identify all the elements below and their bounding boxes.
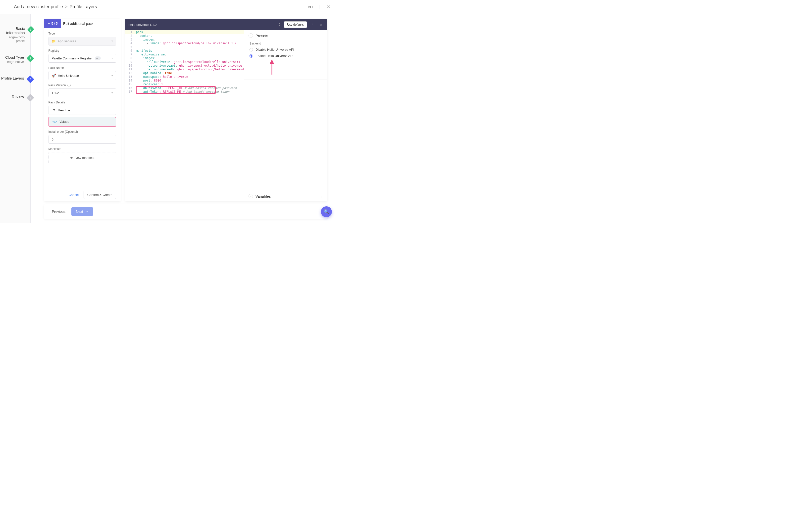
code-line[interactable]: 8 images: — [125, 56, 244, 60]
new-manifest-label: New manifest — [75, 156, 94, 159]
step-basic-information[interactable]: Basic Information edge-vbox-profile 1 — [0, 24, 30, 45]
chevron-down-icon: ▾ — [111, 57, 113, 60]
manifests-label: Manifests — [49, 147, 116, 151]
values-label: Values — [59, 120, 69, 124]
step-title: Review — [12, 94, 24, 99]
chevron-up-icon[interactable]: ⌃ — [249, 33, 253, 38]
pack-form-panel: ＋ 5 / 5 Edit additional pack Type 📁 App … — [44, 19, 121, 201]
registry-label: Registry — [49, 49, 116, 53]
cancel-button[interactable]: Cancel — [66, 191, 81, 199]
code-line[interactable]: 1pack: — [125, 30, 244, 34]
oci-badge: OCI — [95, 56, 101, 60]
form-title: Edit additional pack — [61, 22, 93, 25]
step-subtitle: edge-native — [5, 60, 24, 64]
packname-label: Pack Name — [49, 66, 116, 70]
code-line[interactable]: 12 apiEnabled: true — [125, 71, 244, 75]
previous-button[interactable]: Previous — [49, 208, 68, 215]
code-line[interactable]: 15 replicas: 1 — [125, 82, 244, 86]
help-fab[interactable]: 🔍 — [321, 206, 332, 217]
api-link[interactable]: API — [308, 5, 319, 9]
code-line[interactable]: 11 hellouniversedb: ghcr.io/spectrocloud… — [125, 68, 244, 71]
info-icon[interactable]: i — [68, 84, 71, 87]
radio-enable-api[interactable]: Enable Hello Universe API — [250, 54, 322, 58]
breadcrumb-separator: > — [65, 4, 68, 10]
use-defaults-button[interactable]: Use defaults — [284, 21, 307, 28]
radio-label: Enable Hello Universe API — [255, 54, 293, 58]
presets-title: Presets — [255, 34, 268, 38]
installorder-label: Install order (Optional) — [49, 130, 116, 133]
type-label: Type — [49, 32, 116, 35]
close-editor-icon[interactable]: ✕ — [318, 23, 324, 26]
folder-icon: 📁 — [52, 39, 56, 43]
code-line[interactable]: 6manifests: — [125, 49, 244, 53]
installorder-input[interactable] — [49, 135, 116, 144]
step-review[interactable]: Review 4 — [0, 92, 30, 102]
type-select[interactable]: 📁 App services ▾ — [49, 37, 116, 45]
confirm-create-button[interactable]: Confirm & Create — [84, 191, 116, 199]
code-filename: hello-universe 1.1.2 — [129, 23, 273, 26]
registry-value: Palette Community Registry — [52, 56, 92, 60]
code-icon: </> — [53, 120, 57, 124]
breadcrumb-prev[interactable]: Add a new cluster profile — [14, 4, 63, 10]
form-header: ＋ 5 / 5 — [44, 19, 61, 28]
presets-panel: ⌃ Presets Backend Disable Hello Universe… — [244, 30, 327, 201]
type-value: App services — [58, 39, 76, 43]
plus-circle-icon: ⊕ — [70, 156, 73, 159]
code-line[interactable]: 3 images: — [125, 38, 244, 41]
breadcrumb: Add a new cluster profile > Profile Laye… — [14, 4, 97, 10]
search-icon: 🔍 — [324, 209, 329, 214]
code-line[interactable]: 17 authToken: REPLACE_ME # Add base64 en… — [125, 90, 244, 94]
chevron-down-icon: ▾ — [111, 91, 113, 94]
arrow-right-icon: → — [85, 210, 89, 213]
kebab-icon[interactable]: ⋮ — [309, 23, 316, 26]
step-title: Profile Layers — [1, 76, 24, 80]
code-line[interactable]: 14 port: 8080 — [125, 79, 244, 82]
code-line[interactable]: 5 — [125, 45, 244, 49]
code-line[interactable]: 7 hello-universe: — [125, 53, 244, 56]
code-line[interactable]: 16 dbPassword: REPLACE_ME # Add base64 e… — [125, 86, 244, 90]
wizard-steps: Basic Information edge-vbox-profile 1 Cl… — [0, 14, 31, 223]
kebab-icon[interactable]: ⋮ — [319, 194, 323, 198]
packversion-value: 1.1.2 — [52, 91, 59, 95]
new-manifest-button[interactable]: ⊕ New manifest — [49, 152, 116, 163]
header: Add a new cluster profile > Profile Laye… — [0, 0, 337, 14]
next-label: Next — [76, 210, 83, 213]
code-line[interactable]: 10 hellouniverseapi: ghcr.io/spectroclou… — [125, 64, 244, 68]
code-line[interactable]: 4 - image: ghcr.io/spectrocloud/hello-un… — [125, 41, 244, 45]
document-icon: 🖹 — [52, 108, 55, 112]
code-header: hello-universe 1.1.2 ⛶ Use defaults ⋮ ✕ — [125, 19, 328, 30]
registry-select[interactable]: Palette Community Registry OCI ▾ — [49, 54, 116, 63]
values-tab[interactable]: </> Values — [49, 117, 116, 127]
variables-title: Variables — [255, 194, 271, 198]
packdetails-label: Pack Details — [49, 101, 116, 104]
expand-icon[interactable]: ⛶ — [275, 23, 281, 26]
wizard-nav-bar: Previous Next → — [44, 204, 328, 219]
code-line[interactable]: 13 namespace: hello-universe — [125, 75, 244, 79]
readme-label: Readme — [58, 108, 70, 112]
yaml-editor[interactable]: 1pack:2 content:3 images:4 - image: ghcr… — [125, 30, 244, 201]
plus-icon: ＋ 5 / 5 — [47, 21, 58, 25]
breadcrumb-current: Profile Layers — [70, 4, 97, 10]
chevron-down-icon: ▾ — [111, 74, 113, 77]
step-cloud-type[interactable]: Cloud Type edge-native 2 — [0, 53, 30, 65]
rocket-icon: 🚀 — [52, 74, 56, 78]
packname-select[interactable]: 🚀 Hello Universe ▾ — [49, 71, 116, 80]
radio-disable-api[interactable]: Disable Hello Universe API — [250, 48, 322, 52]
variables-header[interactable]: ⌄ Variables ⋮ — [244, 191, 327, 201]
readme-tab[interactable]: 🖹 Readme — [49, 106, 116, 115]
code-line[interactable]: 9 hellouniverse: ghcr.io/spectrocloud/he… — [125, 60, 244, 64]
step-title: Basic Information — [0, 26, 25, 35]
presets-header[interactable]: ⌃ Presets — [244, 30, 327, 41]
chevron-down-icon[interactable]: ⌄ — [249, 194, 253, 198]
radio-label: Disable Hello Universe API — [255, 48, 294, 52]
step-title: Cloud Type — [5, 55, 24, 59]
code-panel: hello-universe 1.1.2 ⛶ Use defaults ⋮ ✕ … — [125, 19, 328, 201]
packversion-select[interactable]: 1.1.2 ▾ — [49, 89, 116, 97]
close-icon[interactable]: ✕ — [325, 4, 331, 10]
step-profile-layers[interactable]: Profile Layers 3 — [0, 74, 30, 84]
annotation-arrow-icon — [270, 60, 274, 75]
code-line[interactable]: 2 content: — [125, 34, 244, 38]
backend-label: Backend — [250, 42, 322, 45]
step-subtitle: edge-vbox-profile — [0, 35, 25, 43]
next-button[interactable]: Next → — [71, 207, 93, 216]
